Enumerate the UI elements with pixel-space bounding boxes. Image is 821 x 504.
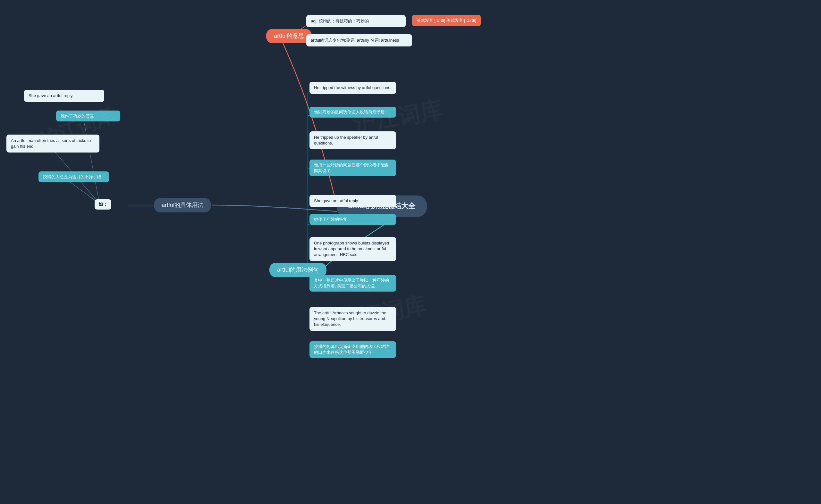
- svg-line-2: [83, 119, 99, 203]
- ex-1-cn: 他以巧妙的质问诱使证人说话前后矛盾.: [310, 107, 396, 118]
- ex-2: He tripped up the speaker by artful ques…: [310, 131, 396, 149]
- ex-4: One photograph shows bullets displayed i…: [310, 237, 396, 261]
- ex-5-cn: 狡猾的阿耳巴克斯企图用他的珠宝和雄辩的口才来迷惑这位那不勒斯少年.: [310, 341, 396, 358]
- ex-3-cn: 她作了巧妙的答复.: [310, 214, 396, 225]
- ex-1: He tripped the witness by artful questio…: [310, 82, 396, 94]
- ex-5: The artful Arbaces sought to dazzle the …: [310, 307, 396, 331]
- ex-4-cn: 其中一张照片中显示出子弹以一种巧妙的方式排列着, 美国广播公司的人说.: [310, 275, 396, 292]
- ex-3: She gave an artful reply.: [310, 195, 396, 207]
- usage-title-node: artful的具体用法: [154, 198, 211, 212]
- usage-label-node: 如：: [95, 199, 111, 210]
- pronunciation-label-node: 英式发音 [ˈɑːtfl] 美式发音 [ˈɑːrtfl]: [412, 15, 481, 26]
- ex-2-cn: 他用一些巧妙的问题使那个演说者不能自圆其说了.: [310, 160, 396, 176]
- usage-ex-2-cn: 狡猾的人总是为达目的不择手段.: [38, 171, 109, 182]
- meaning-title-node: artful的意思: [266, 29, 312, 43]
- usage-ex-1-cn: 她作了巧妙的答复.: [56, 111, 120, 121]
- usage-ex-2: An artful man often tries all sorts of t…: [6, 135, 99, 153]
- morph-node: artful的词态变化为:副词: artfully 名词: artfulness: [306, 34, 412, 46]
- usage-ex-1: She gave an artful reply.: [24, 90, 104, 102]
- adj-def-node: adj. 狡猾的；有技巧的；巧妙的: [306, 15, 406, 27]
